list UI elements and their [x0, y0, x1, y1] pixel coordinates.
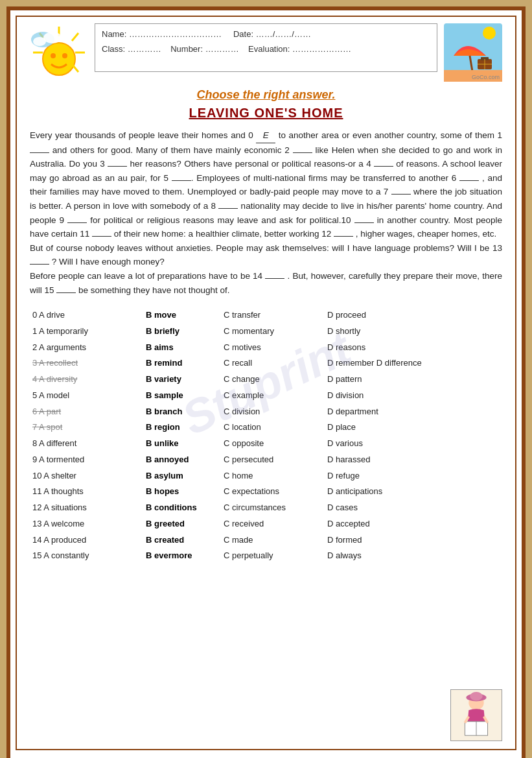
answers-section: 0 A driveB moveC transferD proceed1 A te… — [30, 307, 502, 564]
answer-b-15: B evermore — [143, 548, 221, 564]
answer-d-12: D cases — [325, 500, 428, 516]
svg-point-0 — [43, 43, 75, 75]
answer-d-3: D remember D difference — [325, 355, 428, 372]
svg-point-8 — [62, 53, 67, 58]
blank-11 — [92, 236, 111, 237]
answer-b-6: B branch — [143, 404, 221, 420]
answer-a-11: 11 A thoughts — [30, 484, 143, 500]
answer-b-5: B sample — [143, 388, 221, 404]
header: Name: …………………………… Date: ……/……/…… Class: … — [30, 23, 502, 82]
blank-6 — [459, 180, 479, 181]
answer-c-5: C example — [221, 388, 325, 404]
answer-c-8: C opposite — [221, 436, 325, 452]
answer-c-2: C motives — [221, 340, 325, 356]
answer-a-5: 5 A model — [30, 388, 143, 404]
answer-a-12: 12 A situations — [30, 500, 143, 516]
answer-a-15: 15 A constantly — [30, 548, 143, 564]
svg-point-10 — [43, 32, 62, 43]
answer-d-2: D reasons — [325, 340, 428, 356]
answer-d-8: D various — [325, 436, 428, 452]
body-text: Every year thousands of people leave the… — [30, 128, 502, 297]
blank-0: E — [256, 128, 275, 143]
blank-12 — [334, 236, 353, 237]
answer-c-10: C home — [221, 468, 325, 484]
answer-a-10: 10 A shelter — [30, 468, 143, 484]
answer-c-12: C circumstances — [221, 500, 325, 516]
blank-8 — [218, 208, 238, 209]
blank-14 — [265, 278, 284, 279]
class-line: Class: ………… Number: ………… Evaluation: ………… — [102, 44, 430, 54]
answer-a-8: 8 A different — [30, 436, 143, 452]
answer-b-11: B hopes — [143, 484, 221, 500]
answer-b-4: B variety — [143, 372, 221, 388]
answer-b-1: B briefly — [143, 324, 221, 340]
answer-b-2: B aims — [143, 340, 221, 356]
svg-line-2 — [72, 33, 78, 41]
main-title: LEAVING ONE'S HOME — [30, 106, 502, 121]
answer-d-15: D always — [325, 548, 428, 564]
name-label: Name: …………………………… — [102, 29, 222, 39]
inner-border: Name: …………………………… Date: ……/……/…… Class: … — [16, 16, 516, 750]
answer-d-10: D refuge — [325, 468, 428, 484]
answer-a-14: 14 A produced — [30, 532, 143, 549]
number-label: Number: ………… — [170, 44, 238, 54]
answer-d-11: D anticipations — [325, 484, 428, 500]
eval-label: Evaluation: ………………… — [248, 44, 351, 54]
reading-woman-icon — [450, 689, 502, 741]
answer-c-13: C received — [221, 516, 325, 532]
answer-d-6: D department — [325, 404, 428, 420]
answer-c-6: C division — [221, 404, 325, 420]
answer-a-0: 0 A drive — [30, 307, 143, 324]
svg-point-11 — [33, 37, 46, 46]
sun-icon — [30, 23, 88, 82]
answer-a-4: 4 A diversity — [30, 372, 143, 388]
answer-c-0: C transfer — [221, 307, 325, 324]
answer-a-1: 1 A temporarily — [30, 324, 143, 340]
answer-d-1: D shortly — [325, 324, 428, 340]
date-label: Date: ……/……/…… — [233, 29, 311, 39]
answer-b-9: B annoyed — [143, 452, 221, 468]
answer-b-14: B created — [143, 532, 221, 549]
name-date-line: Name: …………………………… Date: ……/……/…… — [102, 29, 430, 39]
answer-d-13: D accepted — [325, 516, 428, 532]
watermark-label: GoCo.com — [472, 74, 500, 80]
answer-d-5: D division — [325, 388, 428, 404]
answer-c-11: C expectations — [221, 484, 325, 500]
svg-point-13 — [483, 27, 496, 40]
answer-a-13: 13 A welcome — [30, 516, 143, 532]
answer-c-9: C persecuted — [221, 452, 325, 468]
answer-b-3: B remind — [143, 355, 221, 372]
blank-13 — [30, 264, 49, 265]
choose-title: Choose the right answer. — [30, 88, 502, 102]
answer-c-4: C change — [221, 372, 325, 388]
answer-d-14: D formed — [325, 532, 428, 549]
answer-c-15: C perpetually — [221, 548, 325, 564]
answer-b-10: B asylum — [143, 468, 221, 484]
answer-c-3: C recall — [221, 355, 325, 372]
blank-5 — [172, 180, 191, 181]
answer-a-2: 2 A arguments — [30, 340, 143, 356]
blank-4 — [374, 166, 393, 167]
answer-b-8: B unlike — [143, 436, 221, 452]
header-fields: Name: …………………………… Date: ……/……/…… Class: … — [95, 23, 437, 72]
answers-grid: 0 A driveB moveC transferD proceed1 A te… — [30, 307, 502, 564]
blank-2 — [293, 152, 312, 153]
blank-1 — [30, 152, 49, 153]
svg-point-7 — [51, 53, 56, 58]
answer-b-12: B conditions — [143, 500, 221, 516]
svg-point-23 — [470, 692, 483, 701]
blank-3 — [108, 166, 127, 167]
worksheet-page: Name: …………………………… Date: ……/……/…… Class: … — [6, 6, 526, 758]
beach-umbrella-icon — [444, 23, 502, 82]
answer-d-0: D proceed — [325, 307, 428, 324]
answer-b-0: B move — [143, 307, 221, 324]
blank-15 — [56, 292, 76, 293]
blank-7 — [391, 194, 411, 195]
blank-10 — [354, 222, 374, 223]
answer-a-7: 7 A spot — [30, 420, 143, 436]
answer-b-7: B region — [143, 420, 221, 436]
answer-b-13: B greeted — [143, 516, 221, 532]
answer-c-7: C location — [221, 420, 325, 436]
answer-c-1: C momentary — [221, 324, 325, 340]
blank-9 — [67, 222, 87, 223]
